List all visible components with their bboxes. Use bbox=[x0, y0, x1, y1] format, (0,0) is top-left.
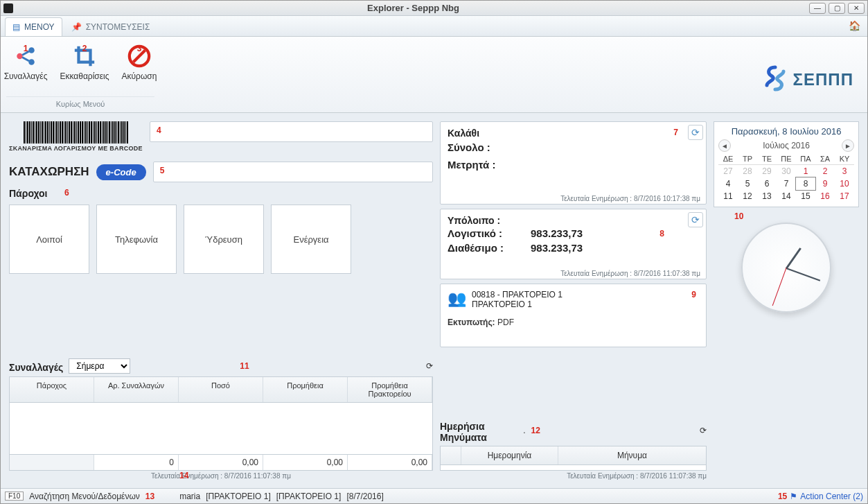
svg-point-1 bbox=[28, 47, 35, 53]
agent-panel: 9 👥 00818 - ΠΡΑΚΤΟΡΕΙΟ 1 ΠΡΑΚΤΟΡΕΙΟ 1 Εκ… bbox=[440, 284, 707, 347]
col-commission[interactable]: Προμήθεια bbox=[263, 377, 348, 402]
barcode-caption: ΣΚΑΝΑΡΙΣΜΑ ΛΟΓΑΡΙΣΜΟΥ ΜΕ BARCODE bbox=[9, 145, 143, 152]
balance-avail-label: Διαθέσιμο : bbox=[448, 242, 524, 254]
tab-shortcuts-label: ΣΥΝΤΟΜΕΥΣΕΙΣ bbox=[86, 22, 150, 32]
badge-9: 9 bbox=[691, 290, 696, 299]
messages-title: Ημερήσια Μηνύματα bbox=[440, 421, 517, 443]
pin-icon: 📌 bbox=[71, 22, 82, 32]
ribbon-cancel-label: Ακύρωση bbox=[122, 71, 157, 81]
status-seg2: [ΠΡΑΚΤΟΡΕΙΟ 1] bbox=[276, 492, 342, 501]
close-button[interactable]: ✕ bbox=[848, 3, 865, 14]
provider-water[interactable]: Ύδρευση bbox=[184, 205, 264, 274]
badge-1: 1 bbox=[24, 44, 28, 53]
analog-clock bbox=[741, 223, 831, 313]
svg-point-0 bbox=[17, 53, 23, 60]
refresh-transactions[interactable]: ⟳ bbox=[426, 361, 433, 371]
status-seg3: [8/7/2016] bbox=[346, 492, 383, 501]
badge-15: 15 bbox=[778, 492, 787, 501]
tot-2: 0,00 bbox=[179, 455, 263, 470]
providers-title: Πάροχοι bbox=[9, 188, 47, 199]
col-agency-comm[interactable]: Προμήθεια Πρακτορείου bbox=[348, 377, 432, 402]
balance-avail-value: 983.233,73 bbox=[531, 242, 621, 254]
refresh-messages[interactable]: ⟳ bbox=[700, 426, 707, 435]
transactions-updated: Τελευταία Ενημέρωση : 8/7/2016 11:07:38 … bbox=[151, 472, 291, 480]
tab-menu[interactable]: ▤ ΜΕΝΟΥ bbox=[5, 17, 62, 36]
ribbon-cancel[interactable]: 3 Ακύρωση bbox=[119, 41, 160, 84]
cal-prev[interactable]: ◄ bbox=[718, 139, 731, 152]
col-provider[interactable]: Πάροχος bbox=[10, 377, 94, 402]
transactions-body bbox=[10, 403, 432, 454]
col-count[interactable]: Αρ. Συναλλαγών bbox=[94, 377, 179, 402]
msg-col-date[interactable]: Ημερομηνία bbox=[461, 446, 558, 464]
calendar-month: Ιούλιος 2016 bbox=[763, 141, 810, 150]
ecode-input[interactable] bbox=[153, 162, 433, 182]
flag-icon: ⚑ bbox=[790, 492, 797, 501]
messages-dot: . bbox=[523, 426, 525, 435]
refresh-basket[interactable]: ⟳ bbox=[688, 125, 703, 140]
badge-7: 7 bbox=[673, 128, 678, 137]
badge-12: 12 bbox=[531, 426, 540, 435]
app-icon bbox=[3, 3, 13, 13]
action-center-label: Action Center (2) bbox=[800, 492, 863, 501]
basket-updated: Τελευταία Ενημέρωση : 8/7/2016 10:17:38 … bbox=[560, 195, 700, 202]
svg-line-4 bbox=[22, 57, 29, 61]
brand-logo: ΣΕΠΠΠ bbox=[761, 64, 853, 94]
maximize-button[interactable]: ▢ bbox=[829, 3, 845, 14]
refresh-balance[interactable]: ⟳ bbox=[688, 212, 703, 227]
ecode-label: ΚΑΤΑΧΩΡΗΣΗ bbox=[9, 165, 89, 179]
badge-3: 3 bbox=[137, 44, 142, 53]
col-amount[interactable]: Ποσό bbox=[179, 377, 263, 402]
agent-code: 00818 - ΠΡΑΚΤΟΡΕΙΟ 1 bbox=[472, 290, 563, 299]
cal-next[interactable]: ► bbox=[842, 139, 854, 152]
home-icon[interactable]: 🏠 bbox=[849, 20, 860, 31]
dow-tu: ΤΡ bbox=[738, 155, 757, 163]
status-user: maria bbox=[179, 492, 200, 501]
menu-tab-icon: ▤ bbox=[12, 22, 20, 32]
agent-name: ΠΡΑΚΤΟΡΕΙΟ 1 bbox=[472, 299, 563, 309]
ribbon-group-caption: Κυρίως Μενού bbox=[6, 96, 154, 108]
tot-1: 0 bbox=[94, 455, 179, 470]
transactions-grid: Πάροχος Αρ. Συναλλαγών Ποσό Προμήθεια Πρ… bbox=[9, 376, 433, 471]
users-icon: 👥 bbox=[448, 290, 466, 308]
messages-body bbox=[440, 465, 707, 471]
tab-shortcuts[interactable]: 📌 ΣΥΝΤΟΜΕΥΣΕΙΣ bbox=[64, 17, 158, 36]
badge-6: 6 bbox=[64, 188, 69, 198]
provider-telephony[interactable]: Τηλεφωνία bbox=[96, 205, 177, 274]
tot-0 bbox=[10, 455, 94, 470]
search-menu-input[interactable]: Αναζήτηση Μενού/Δεδομένων bbox=[29, 492, 140, 501]
transactions-filter[interactable]: Σήμερα bbox=[69, 358, 130, 374]
barcode-display: ΣΚΑΝΑΡΙΣΜΑ ΛΟΓΑΡΙΣΜΟΥ ΜΕ BARCODE bbox=[9, 121, 143, 152]
window-title: Explorer - Seppp Nbg bbox=[17, 3, 809, 13]
balance-updated: Τελευταία Ενημέρωση : 8/7/2016 11:07:38 … bbox=[560, 270, 700, 277]
ribbon-clearings-label: Εκκαθαρίσεις bbox=[60, 71, 109, 81]
brand-text: ΣΕΠΠΠ bbox=[793, 70, 853, 89]
ribbon-transactions-label: Συναλλαγές bbox=[4, 71, 48, 81]
minimize-button[interactable]: — bbox=[809, 3, 826, 14]
badge-13: 13 bbox=[145, 492, 154, 501]
provider-energy[interactable]: Ενέργεια bbox=[271, 205, 351, 274]
ribbon-clearings[interactable]: 2 Εκκαθαρίσεις bbox=[57, 41, 112, 84]
dow-th: ΠΕ bbox=[777, 155, 796, 163]
badge-8: 8 bbox=[659, 229, 664, 238]
basket-title: Καλάθι bbox=[448, 128, 699, 139]
svg-point-2 bbox=[28, 59, 35, 65]
barcode-input[interactable] bbox=[150, 121, 433, 142]
calendar-panel: Παρασκευή, 8 Ιουλίου 2016 ◄ Ιούλιος 2016… bbox=[714, 121, 859, 207]
dow-su: ΚΥ bbox=[835, 155, 854, 163]
badge-14: 14 bbox=[179, 471, 188, 480]
tot-4: 0,00 bbox=[348, 455, 432, 470]
messages-updated: Τελευταία Ενημέρωση : 8/7/2016 11:07:38 … bbox=[567, 472, 707, 480]
tab-menu-label: ΜΕΝΟΥ bbox=[24, 22, 55, 32]
ribbon-transactions[interactable]: 1 Συναλλαγές bbox=[1, 41, 51, 84]
tot-3: 0,00 bbox=[263, 455, 348, 470]
dow-mo: ΔΕ bbox=[718, 155, 738, 163]
action-center[interactable]: 15 ⚑ Action Center (2) bbox=[778, 492, 863, 501]
calendar-grid[interactable]: 27282930123 45678910 11121314151617 bbox=[718, 165, 854, 202]
provider-other[interactable]: Λοιποί bbox=[9, 205, 89, 274]
msg-col-icon bbox=[441, 446, 461, 464]
dow-sa: ΣΑ bbox=[815, 155, 835, 163]
calendar-date: Παρασκευή, 8 Ιουλίου 2016 bbox=[718, 126, 854, 137]
f10-key: F10 bbox=[5, 492, 24, 501]
badge-10: 10 bbox=[734, 211, 743, 221]
msg-col-text[interactable]: Μήνυμα bbox=[558, 446, 706, 464]
